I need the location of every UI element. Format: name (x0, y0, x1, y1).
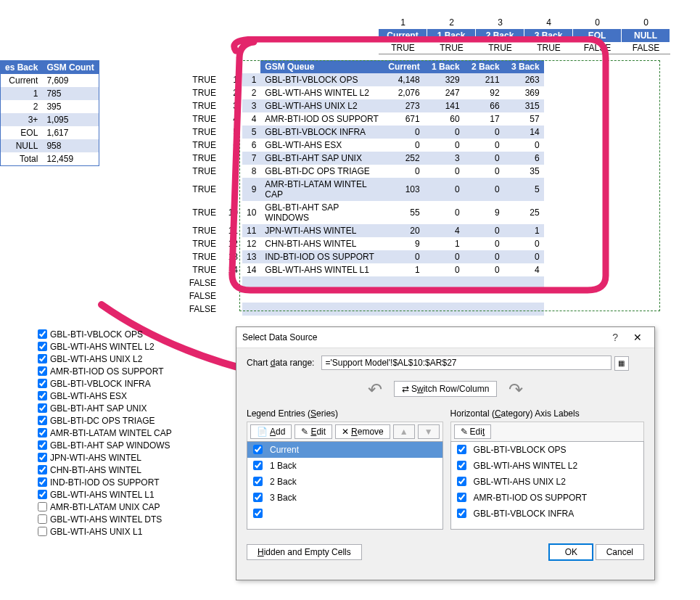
queue-name-cell[interactable] (260, 289, 384, 303)
val-cell[interactable] (464, 276, 504, 289)
queue-name-cell[interactable]: GBL-WTI-AHS ESX (260, 139, 384, 152)
category-checkbox[interactable] (457, 509, 466, 518)
queue-checkbox-row[interactable]: GBL-WTI-AHS WINTEL L1 (38, 488, 172, 501)
queue-name-cell[interactable]: AMR-BTI-LATAM WINTEL CAP (260, 178, 384, 201)
i-cell[interactable]: 6 (242, 139, 260, 152)
category-checkbox[interactable] (457, 477, 466, 486)
queue-name-cell[interactable]: GBL-BTI-AHT SAP WINDOWS (260, 201, 384, 224)
tf-cell[interactable]: TRUE (184, 237, 221, 250)
sum-val[interactable]: 1,095 (42, 113, 99, 126)
val-cell[interactable]: 1 (384, 263, 424, 276)
val-cell[interactable]: 0 (464, 250, 504, 263)
main-data-table[interactable]: GSM Queue Current 1 Back 2 Back 3 Back T… (184, 60, 544, 316)
val-cell[interactable]: 20 (384, 224, 424, 237)
val-cell[interactable]: 92 (464, 86, 504, 99)
i-cell[interactable]: 12 (242, 237, 260, 250)
i-cell[interactable]: 2 (242, 86, 260, 99)
val-cell[interactable]: 14 (504, 126, 544, 139)
val-cell[interactable] (464, 303, 504, 316)
series-checkbox[interactable] (253, 445, 263, 454)
val-cell[interactable]: 0 (504, 237, 544, 250)
val-cell[interactable]: 0 (464, 126, 504, 139)
queue-checkbox-row[interactable]: GBL-BTI-VBLOCK OPS (38, 328, 172, 340)
n-cell[interactable]: 6 (221, 139, 242, 152)
tf-cell[interactable]: TRUE (184, 99, 221, 112)
summary-table[interactable]: es Back GSM Count Current7,609178523953+… (0, 60, 99, 166)
val-cell[interactable]: 273 (384, 99, 424, 112)
val-cell[interactable]: 0 (464, 224, 504, 237)
val-cell[interactable]: 66 (464, 99, 504, 112)
i-cell[interactable]: 9 (242, 178, 260, 201)
val-cell[interactable]: 0 (384, 165, 424, 178)
edit-series-button[interactable]: ✎Edit (295, 424, 332, 439)
sum-val[interactable]: 785 (42, 87, 99, 100)
n-cell[interactable]: 10 (221, 201, 242, 224)
val-cell[interactable]: 35 (504, 165, 544, 178)
queue-checkbox[interactable] (38, 342, 47, 351)
val-cell[interactable]: 0 (464, 165, 504, 178)
queue-name-cell[interactable]: GBL-WTI-AHS WINTEL L1 (260, 263, 384, 276)
n-cell[interactable]: 7 (221, 152, 242, 165)
sum-val[interactable]: 958 (42, 139, 99, 152)
queue-checkbox-row[interactable]: GBL-BTI-VBLOCK INFRA (38, 377, 172, 390)
queue-checkbox[interactable] (38, 366, 47, 376)
val-cell[interactable]: 5 (504, 178, 544, 201)
tf-cell[interactable]: TRUE (184, 224, 221, 237)
help-icon[interactable]: ? (612, 332, 618, 343)
category-item[interactable]: GBL-BTI-VBLOCK OPS (451, 442, 643, 458)
i-cell[interactable]: 1 (242, 73, 260, 86)
val-cell[interactable] (424, 276, 464, 289)
queue-checkbox[interactable] (38, 490, 47, 499)
sum-lbl[interactable]: Current (1, 74, 43, 87)
queue-checkbox[interactable] (38, 453, 47, 462)
val-cell[interactable]: 4,148 (384, 73, 424, 86)
series-item[interactable]: 3 Back (247, 490, 442, 506)
i-cell[interactable]: 3 (242, 99, 260, 112)
n-cell[interactable]: 4 (221, 112, 242, 126)
val-cell[interactable]: 0 (384, 250, 424, 263)
val-cell[interactable]: 315 (504, 99, 544, 112)
val-cell[interactable]: 329 (424, 73, 464, 86)
tf-cell[interactable]: FALSE (184, 289, 221, 303)
val-cell[interactable]: 369 (504, 86, 544, 99)
edit-category-button[interactable]: ✎Edit (454, 424, 492, 439)
queue-name-cell[interactable]: IND-BTI-IOD OS SUPPORT (260, 250, 384, 263)
i-cell[interactable]: 7 (242, 152, 260, 165)
tf-cell[interactable]: TRUE (184, 201, 221, 224)
i-cell[interactable]: 10 (242, 201, 260, 224)
category-item[interactable]: GBL-WTI-AHS WINTEL L2 (451, 458, 643, 474)
val-cell[interactable]: 17 (464, 112, 504, 126)
val-cell[interactable]: 263 (504, 73, 544, 86)
tf-cell[interactable]: TRUE (184, 112, 221, 126)
close-button[interactable]: ✕ (627, 330, 648, 345)
i-cell[interactable]: 5 (242, 126, 260, 139)
queue-checkbox[interactable] (38, 416, 47, 425)
val-cell[interactable] (504, 289, 544, 303)
queue-name-cell[interactable]: AMR-BTI-IOD OS SUPPORT (260, 112, 384, 126)
n-cell[interactable] (221, 303, 242, 316)
queue-checkbox-row[interactable]: AMR-BTI-IOD OS SUPPORT (38, 365, 172, 377)
val-cell[interactable] (384, 303, 424, 316)
series-checkbox[interactable] (253, 493, 263, 502)
val-cell[interactable]: 6 (504, 152, 544, 165)
series-item[interactable]: 1 Back (247, 458, 442, 474)
queue-checkbox[interactable] (38, 465, 47, 474)
n-cell[interactable]: 3 (221, 99, 242, 112)
category-item[interactable]: GBL-WTI-AHS UNIX L2 (451, 474, 643, 490)
series-item[interactable] (247, 506, 442, 522)
queue-checkbox[interactable] (38, 477, 47, 487)
val-cell[interactable] (504, 303, 544, 316)
n-cell[interactable]: 9 (221, 178, 242, 201)
queue-checkbox-row[interactable]: GBL-WTI-AHS WINTEL L2 (38, 340, 172, 353)
val-cell[interactable]: 211 (464, 73, 504, 86)
sum-val[interactable]: 7,609 (42, 74, 99, 87)
tf-cell[interactable]: TRUE (184, 178, 221, 201)
val-cell[interactable]: 671 (384, 112, 424, 126)
i-cell[interactable] (242, 289, 260, 303)
sum-lbl[interactable]: 3+ (1, 113, 43, 126)
queue-checkbox-row[interactable]: AMR-BTI-LATAM WINTEL CAP (38, 427, 172, 439)
sum-val[interactable]: 1,617 (42, 126, 99, 139)
queue-checkbox[interactable] (38, 440, 47, 450)
val-cell[interactable]: 252 (384, 152, 424, 165)
series-checkbox[interactable] (253, 477, 263, 486)
